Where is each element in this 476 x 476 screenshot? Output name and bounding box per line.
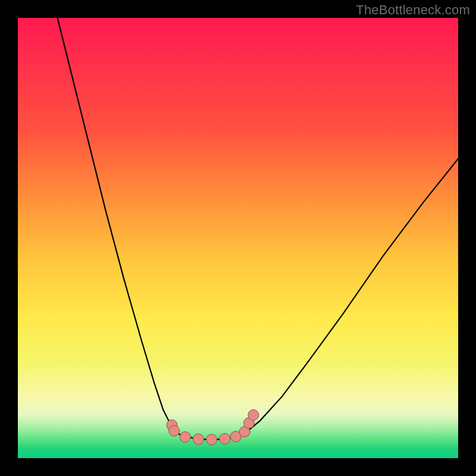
bottleneck-curve [58,18,458,440]
chart-svg [18,18,458,458]
plot-area [18,18,458,458]
data-marker [169,425,180,436]
marker-layer [167,410,259,445]
data-marker [180,432,190,443]
watermark-text: TheBottleneck.com [356,2,470,18]
data-marker [248,410,259,421]
data-marker [193,434,203,444]
data-marker [220,433,230,444]
outer-frame: TheBottleneck.com [0,0,476,476]
data-marker [206,434,217,445]
